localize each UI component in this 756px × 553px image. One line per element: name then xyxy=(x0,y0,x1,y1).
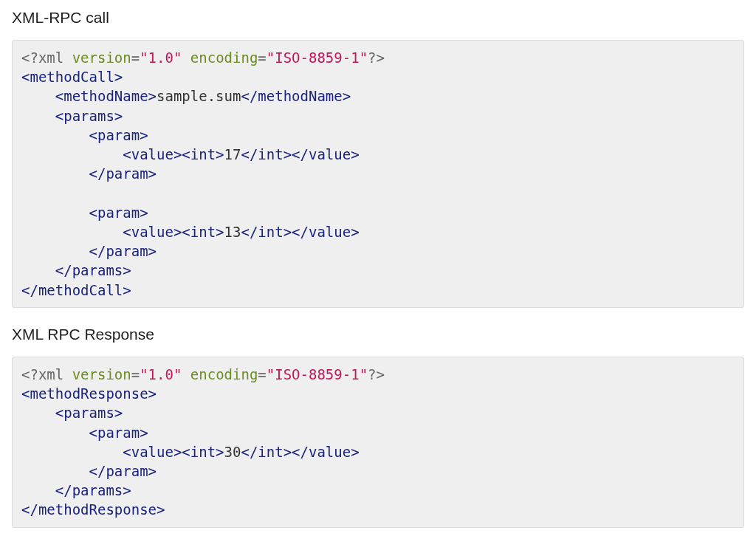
int-value-2: 13 xyxy=(224,224,241,240)
tag-param-open: <param> xyxy=(89,425,148,441)
tag-methodcall-close: </methodCall> xyxy=(21,282,131,298)
indent xyxy=(21,262,55,278)
space xyxy=(182,366,190,382)
indent xyxy=(21,463,89,479)
tag-value-open: <value> xyxy=(123,224,182,240)
indent xyxy=(21,425,89,441)
tag-int-open: <int> xyxy=(182,444,224,460)
xml-decl-close: ?> xyxy=(368,366,385,382)
indent xyxy=(21,243,89,259)
tag-param-close: </param> xyxy=(89,463,157,479)
int-value-response: 30 xyxy=(224,444,241,460)
attr-encoding: encoding xyxy=(190,49,258,66)
heading-call: XML-RPC call xyxy=(12,9,744,27)
tag-value-close: </value> xyxy=(292,224,360,240)
eq-sign: = xyxy=(258,49,266,66)
tag-value-close: </value> xyxy=(292,444,360,460)
attr-version: version xyxy=(72,366,131,382)
codeblock-response: <?xml version="1.0" encoding="ISO-8859-1… xyxy=(12,357,744,528)
indent xyxy=(21,444,123,460)
tag-params-open: <params> xyxy=(55,405,123,421)
codeblock-call: <?xml version="1.0" encoding="ISO-8859-1… xyxy=(12,40,744,308)
attr-version: version xyxy=(72,49,131,66)
tag-params-open: <params> xyxy=(55,108,123,124)
encoding-value: "ISO-8859-1" xyxy=(267,49,368,66)
indent xyxy=(21,165,89,182)
eq-sign: = xyxy=(131,49,140,66)
eq-sign: = xyxy=(258,366,266,382)
methodname-text: sample.sum xyxy=(157,88,241,104)
tag-params-close: </params> xyxy=(55,482,131,498)
indent xyxy=(21,146,123,162)
version-value: "1.0" xyxy=(140,49,182,66)
indent xyxy=(21,108,55,124)
tag-methodname-open: <methodName> xyxy=(55,88,157,104)
indent xyxy=(21,127,89,143)
int-value-1: 17 xyxy=(224,146,241,162)
indent xyxy=(21,88,55,104)
tag-int-open: <int> xyxy=(182,146,224,162)
tag-methodresponse-open: <methodResponse> xyxy=(21,385,157,402)
tag-param-open: <param> xyxy=(89,205,148,221)
indent xyxy=(21,482,55,498)
indent xyxy=(21,205,89,221)
indent xyxy=(21,405,55,421)
tag-methodresponse-close: </methodResponse> xyxy=(21,501,165,518)
tag-int-close: </int> xyxy=(241,224,292,240)
tag-methodname-close: </methodName> xyxy=(241,88,351,104)
tag-int-close: </int> xyxy=(241,444,292,460)
tag-methodcall-open: <methodCall> xyxy=(21,69,123,85)
eq-sign: = xyxy=(131,366,140,382)
attr-encoding: encoding xyxy=(190,366,258,382)
tag-value-open: <value> xyxy=(123,444,182,460)
tag-int-close: </int> xyxy=(241,146,292,162)
tag-int-open: <int> xyxy=(182,224,224,240)
tag-value-open: <value> xyxy=(123,146,182,162)
tag-param-open: <param> xyxy=(89,127,148,143)
space xyxy=(182,49,190,66)
xml-decl-open: <?xml xyxy=(21,366,72,382)
tag-param-close: </param> xyxy=(89,243,157,259)
tag-value-close: </value> xyxy=(292,146,360,162)
encoding-value: "ISO-8859-1" xyxy=(267,366,368,382)
xml-decl-close: ?> xyxy=(368,49,385,66)
heading-response: XML RPC Response xyxy=(12,326,744,343)
indent xyxy=(21,224,123,240)
version-value: "1.0" xyxy=(140,366,182,382)
tag-params-close: </params> xyxy=(55,262,131,278)
xml-decl-open: <?xml xyxy=(21,49,72,66)
tag-param-close: </param> xyxy=(89,165,157,182)
